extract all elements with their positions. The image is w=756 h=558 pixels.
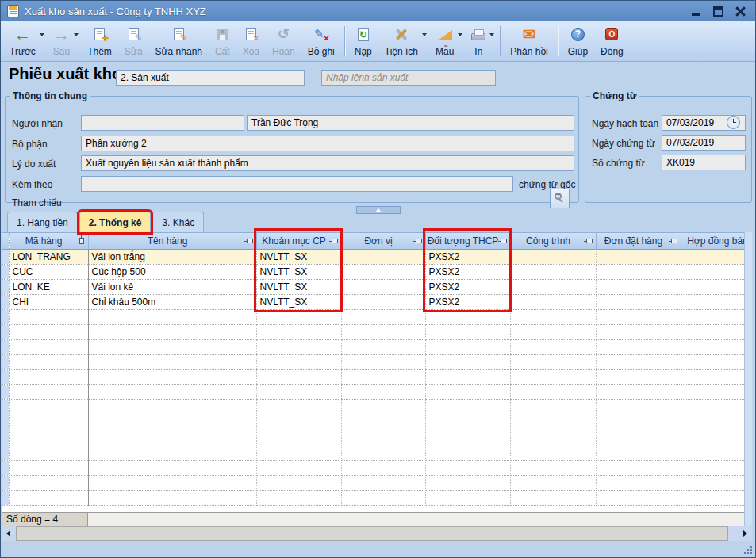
column-header-khoan-muc-cp[interactable]: Khoản mục CP — [256, 233, 341, 249]
empty-cell — [2, 399, 9, 415]
scroll-right-button[interactable] — [739, 526, 752, 541]
row-indicator[interactable] — [2, 264, 9, 279]
grid-empty-body — [2, 309, 744, 505]
grid-cell[interactable] — [341, 249, 425, 264]
toolbar-sua-nhanh-button[interactable]: Sửa nhanh — [149, 23, 209, 59]
grid-cell[interactable]: LON_KE — [9, 279, 88, 294]
grid-cell[interactable] — [681, 279, 744, 294]
toolbar-giup-button[interactable]: Giúp — [562, 23, 594, 59]
chevron-down-icon[interactable] — [489, 33, 494, 36]
toolbar-tien-ich-button[interactable]: Tiện ích — [378, 23, 429, 59]
ly-do-xuat-field[interactable]: Xuất nguyên liệu sản xuất thành phẩm — [81, 155, 574, 171]
nguoi-nhan-code-field[interactable] — [81, 115, 244, 131]
empty-cell — [256, 430, 341, 445]
grid-cell[interactable] — [596, 249, 681, 264]
pin-icon — [586, 239, 593, 243]
grid-cell[interactable] — [341, 279, 425, 294]
template-ruler-icon — [438, 30, 452, 40]
grid-cell[interactable]: PXSX2 — [425, 264, 510, 279]
row-indicator[interactable] — [2, 249, 9, 264]
grid-cell[interactable]: PXSX2 — [425, 294, 510, 309]
toolbar-phan-hoi-button[interactable]: Phản hồi — [504, 23, 554, 59]
chevron-down-icon[interactable] — [40, 33, 44, 36]
grid-cell[interactable]: NVLTT_SX — [256, 249, 341, 264]
row-indicator[interactable] — [2, 294, 9, 309]
grid-cell[interactable]: CHI — [9, 294, 88, 309]
tab-thong-ke[interactable]: 2. Thống kê — [79, 212, 152, 232]
empty-cell — [2, 309, 9, 324]
column-header-don-dat-hang[interactable]: Đơn đặt hàng — [596, 233, 681, 249]
row-indicator[interactable] — [2, 279, 9, 294]
grid-cell[interactable]: NVLTT_SX — [256, 264, 341, 279]
grid-cell[interactable]: CUC — [9, 264, 88, 279]
empty-cell — [9, 384, 88, 399]
grid-cell[interactable]: PXSX2 — [425, 249, 510, 264]
reference-lookup-button[interactable] — [550, 189, 570, 208]
toolbar-dong-button[interactable]: Đóng — [594, 23, 630, 59]
export-type-combo[interactable]: 2. Sản xuất — [116, 70, 305, 86]
column-header-don-vi[interactable]: Đơn vị — [341, 233, 425, 249]
scroll-left-button[interactable] — [2, 526, 16, 541]
grid-cell[interactable] — [681, 249, 744, 264]
empty-row — [2, 430, 744, 445]
grid-cell[interactable] — [510, 294, 596, 309]
empty-cell — [510, 415, 596, 430]
tab-khac[interactable]: 3. Khác — [152, 212, 204, 232]
toolbar-truoc-button[interactable]: Trước — [3, 23, 47, 59]
production-order-input[interactable]: Nhập lệnh sản xuất — [321, 70, 496, 86]
scrollbar-thumb[interactable] — [16, 526, 728, 541]
date-picker-button[interactable] — [727, 116, 740, 129]
arrow-left-icon — [14, 26, 31, 43]
grid-cell[interactable] — [510, 264, 596, 279]
resize-grip[interactable] — [742, 544, 752, 554]
empty-cell — [256, 460, 341, 475]
ly-do-xuat-label: Lý do xuất — [12, 159, 56, 170]
vertical-scrollbar — [744, 232, 752, 526]
column-header-cong-trinh[interactable]: Công trình — [510, 233, 596, 249]
empty-row — [2, 369, 744, 384]
close-button[interactable] — [735, 6, 746, 17]
grid-cell[interactable]: Chỉ khâu 500m — [88, 294, 256, 309]
nguoi-nhan-name-field[interactable]: Trần Đức Trọng — [247, 115, 574, 131]
grid-cell[interactable]: NVLTT_SX — [256, 294, 341, 309]
grid-cell[interactable] — [681, 294, 744, 309]
toolbar-them-button[interactable]: Thêm — [81, 23, 118, 59]
tab-hang-tien[interactable]: 1. Hàng tiền — [7, 212, 78, 232]
maximize-button[interactable] — [713, 6, 723, 17]
kem-theo-field[interactable] — [81, 176, 513, 192]
grid-cell[interactable]: PXSX2 — [425, 279, 510, 294]
grid-cell[interactable] — [596, 294, 681, 309]
column-header-doi-tuong-thcp[interactable]: Đối tượng THCP — [425, 233, 510, 249]
chevron-down-icon[interactable] — [422, 33, 427, 36]
grid-cell[interactable] — [510, 279, 596, 294]
minimize-button[interactable] — [691, 6, 701, 17]
toolbar-mau-button[interactable]: Mẫu — [429, 23, 465, 59]
grid-cell[interactable] — [510, 249, 596, 264]
chevron-down-icon[interactable] — [458, 33, 462, 36]
so-chung-tu-field[interactable]: XK019 — [662, 155, 746, 170]
grid-cell[interactable]: NVLTT_SX — [256, 279, 341, 294]
grid-cell[interactable] — [596, 279, 681, 294]
column-header-ten-hang[interactable]: Tên hàng — [88, 233, 256, 249]
toolbar-bo-ghi-button[interactable]: Bỏ ghi — [301, 23, 341, 59]
empty-cell — [341, 354, 425, 369]
bo-phan-field[interactable]: Phân xưởng 2 — [81, 136, 574, 151]
column-header-ma-hang[interactable]: Mã hàng — [9, 233, 88, 249]
grid-cell[interactable]: Vải lon trắng — [88, 249, 256, 264]
empty-cell — [9, 445, 88, 460]
toolbar-nap-button[interactable]: Nạp — [348, 23, 378, 59]
grid-cell[interactable]: LON_TRANG — [9, 249, 88, 264]
ngay-chung-tu-field[interactable]: 07/03/2019 — [662, 135, 746, 151]
grid-cell[interactable] — [681, 264, 744, 279]
column-header-hop-dong-ban[interactable]: Hợp đồng bán — [681, 233, 744, 249]
empty-cell — [510, 490, 596, 505]
empty-cell — [88, 445, 256, 460]
grid-cell[interactable] — [341, 264, 425, 279]
grid-cell[interactable]: Vải lon kẻ — [88, 279, 256, 294]
grid-cell[interactable] — [596, 264, 681, 279]
collapse-splitter-button[interactable] — [356, 206, 401, 214]
general-info-group: Thông tin chung Người nhận Trần Đức Trọn… — [5, 90, 579, 203]
grid-cell[interactable] — [341, 294, 425, 309]
grid-cell[interactable]: Cúc hộp 500 — [88, 264, 256, 279]
toolbar-in-button[interactable]: In — [465, 23, 497, 59]
